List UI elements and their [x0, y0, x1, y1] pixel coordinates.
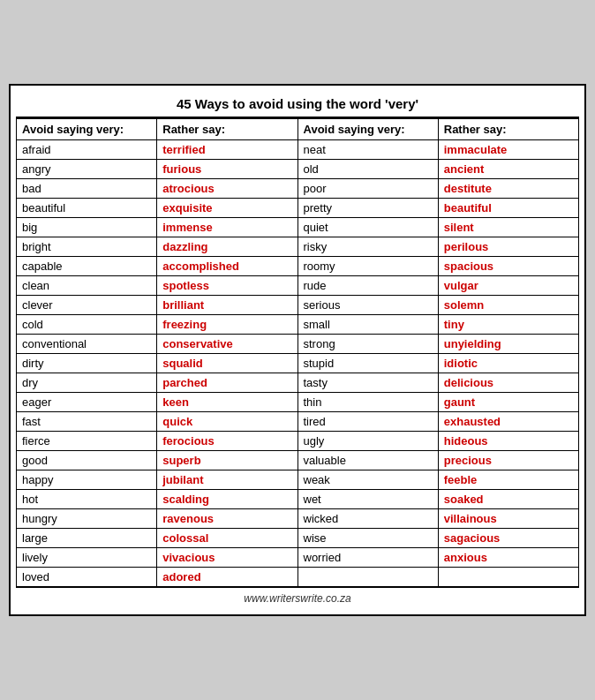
- avoid-word-right: ugly: [298, 432, 438, 451]
- avoid-word-left: lively: [17, 548, 157, 568]
- rather-word-right: delicious: [438, 373, 578, 393]
- rather-word-right: vulgar: [438, 276, 578, 296]
- table-row: hotscaldingwetsoaked: [17, 490, 579, 509]
- avoid-word-left: afraid: [17, 140, 157, 160]
- avoid-word-right: old: [298, 160, 438, 179]
- rather-word-left: immense: [157, 218, 298, 237]
- rather-word-right: beautiful: [438, 199, 578, 218]
- rather-word-left: adored: [157, 568, 298, 587]
- rather-word-left: ravenous: [157, 509, 298, 529]
- rather-word-left: brilliant: [157, 296, 298, 315]
- table-row: lovedadored: [17, 568, 579, 587]
- rather-word-right: feeble: [438, 470, 578, 490]
- rather-word-right: solemn: [438, 296, 578, 315]
- table-row: cleverbrilliantserioussolemn: [17, 296, 579, 315]
- table-header-row: Avoid saying very: Rather say: Avoid say…: [17, 119, 579, 140]
- table-row: brightdazzlingriskyperilous: [17, 237, 579, 257]
- rather-word-right: silent: [438, 218, 578, 237]
- rather-word-left: quick: [157, 412, 298, 432]
- rather-word-right: idiotic: [438, 354, 578, 373]
- avoid-word-right: weak: [298, 470, 438, 490]
- rather-word-left: superb: [157, 451, 298, 470]
- rather-word-right: gaunt: [438, 393, 578, 412]
- avoid-word-right: valuable: [298, 451, 438, 470]
- table-row: afraidterrifiedneatimmaculate: [17, 140, 579, 160]
- avoid-word-right: rude: [298, 276, 438, 296]
- avoid-word-right: risky: [298, 237, 438, 257]
- avoid-word-left: clever: [17, 296, 157, 315]
- avoid-word-right: thin: [298, 393, 438, 412]
- rather-word-right: anxious: [438, 548, 578, 568]
- card: 45 Ways to avoid using the word 'very' A…: [9, 84, 586, 616]
- avoid-word-left: fierce: [17, 432, 157, 451]
- table-row: bigimmensequietsilent: [17, 218, 579, 237]
- header-rather1: Rather say:: [157, 119, 298, 140]
- table-row: beautifulexquisiteprettybeautiful: [17, 199, 579, 218]
- avoid-word-left: bright: [17, 237, 157, 257]
- avoid-word-right: tasty: [298, 373, 438, 393]
- avoid-word-left: hungry: [17, 509, 157, 529]
- avoid-word-right: poor: [298, 179, 438, 199]
- avoid-word-right: tired: [298, 412, 438, 432]
- rather-word-left: keen: [157, 393, 298, 412]
- rather-word-right: ancient: [438, 160, 578, 179]
- avoid-word-right: [298, 568, 438, 587]
- avoid-word-left: happy: [17, 470, 157, 490]
- rather-word-left: terrified: [157, 140, 298, 160]
- rather-word-right: perilous: [438, 237, 578, 257]
- table-row: dirtysqualidstupididiotic: [17, 354, 579, 373]
- avoid-word-left: good: [17, 451, 157, 470]
- rather-word-right: exhausted: [438, 412, 578, 432]
- avoid-word-left: dry: [17, 373, 157, 393]
- avoid-word-left: beautiful: [17, 199, 157, 218]
- rather-word-right: hideous: [438, 432, 578, 451]
- rather-word-right: soaked: [438, 490, 578, 509]
- header-rather2: Rather say:: [438, 119, 578, 140]
- avoid-word-left: clean: [17, 276, 157, 296]
- avoid-word-right: roomy: [298, 257, 438, 276]
- avoid-word-right: stupid: [298, 354, 438, 373]
- table-row: badatrociouspoordestitute: [17, 179, 579, 199]
- rather-word-left: accomplished: [157, 257, 298, 276]
- rather-word-left: dazzling: [157, 237, 298, 257]
- avoid-word-right: worried: [298, 548, 438, 568]
- table-row: largecolossalwisesagacious: [17, 529, 579, 548]
- rather-word-left: conservative: [157, 335, 298, 354]
- footer: www.writerswrite.co.za: [16, 587, 579, 609]
- rather-word-left: freezing: [157, 315, 298, 335]
- rather-word-left: ferocious: [157, 432, 298, 451]
- table-row: capableaccomplishedroomyspacious: [17, 257, 579, 276]
- avoid-word-left: capable: [17, 257, 157, 276]
- avoid-word-left: hot: [17, 490, 157, 509]
- rather-word-left: colossal: [157, 529, 298, 548]
- card-title: 45 Ways to avoid using the word 'very': [16, 91, 579, 118]
- rather-word-right: villainous: [438, 509, 578, 529]
- table-row: coldfreezingsmalltiny: [17, 315, 579, 335]
- avoid-word-right: neat: [298, 140, 438, 160]
- table-row: goodsuperbvaluableprecious: [17, 451, 579, 470]
- avoid-word-left: eager: [17, 393, 157, 412]
- rather-word-right: tiny: [438, 315, 578, 335]
- rather-word-right: sagacious: [438, 529, 578, 548]
- avoid-word-right: strong: [298, 335, 438, 354]
- avoid-word-right: quiet: [298, 218, 438, 237]
- avoid-word-left: conventional: [17, 335, 157, 354]
- avoid-word-left: fast: [17, 412, 157, 432]
- rather-word-left: parched: [157, 373, 298, 393]
- avoid-word-right: wise: [298, 529, 438, 548]
- table-row: eagerkeenthingaunt: [17, 393, 579, 412]
- header-avoid2: Avoid saying very:: [298, 119, 438, 140]
- header-avoid1: Avoid saying very:: [17, 119, 157, 140]
- avoid-word-right: pretty: [298, 199, 438, 218]
- rather-word-left: vivacious: [157, 548, 298, 568]
- avoid-word-left: big: [17, 218, 157, 237]
- rather-word-left: furious: [157, 160, 298, 179]
- words-table: Avoid saying very: Rather say: Avoid say…: [16, 118, 579, 587]
- rather-word-right: immaculate: [438, 140, 578, 160]
- table-row: fierceferociousuglyhideous: [17, 432, 579, 451]
- avoid-word-left: bad: [17, 179, 157, 199]
- rather-word-right: precious: [438, 451, 578, 470]
- rather-word-left: spotless: [157, 276, 298, 296]
- table-row: hungryravenouswickedvillainous: [17, 509, 579, 529]
- avoid-word-left: cold: [17, 315, 157, 335]
